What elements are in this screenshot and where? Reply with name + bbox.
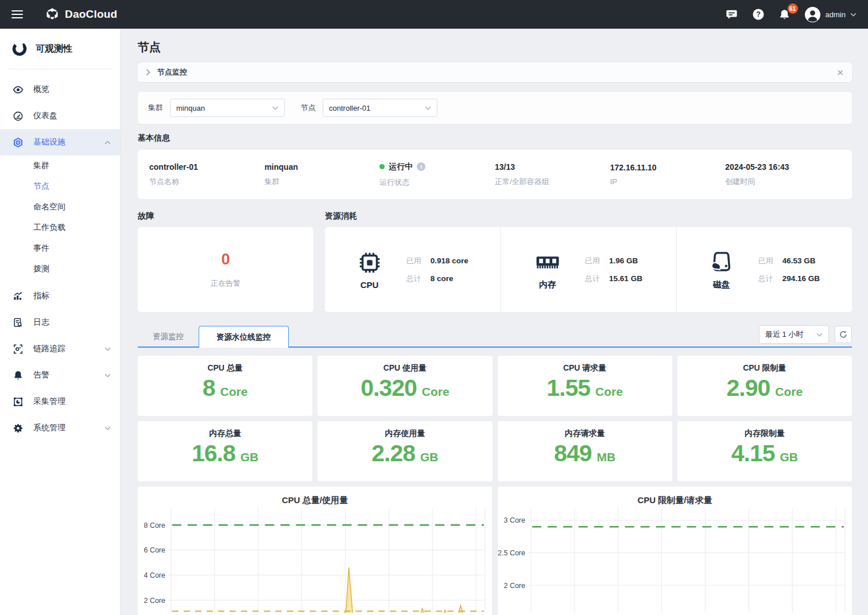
- filter-bar: 集群 minquan 节点 controller-01: [138, 92, 852, 124]
- sidebar-item-dashboards[interactable]: 仪表盘: [0, 103, 120, 129]
- charts-row: CPU 总量/使用量 8 Core6 Core4 Core2 Core CPU …: [138, 486, 852, 615]
- avatar: [804, 6, 821, 23]
- sidebar-item-metrics[interactable]: 指标: [0, 283, 120, 309]
- sidebar-item-system[interactable]: 系统管理: [0, 415, 120, 441]
- cpu-chip-icon: [357, 250, 382, 278]
- sidebar-item-label: 系统管理: [33, 423, 65, 433]
- sidebar-item-collection[interactable]: 采集管理: [0, 388, 120, 415]
- sidebar-subitem-label: 命名空间: [33, 202, 65, 212]
- user-chevron-down-icon: [850, 13, 857, 17]
- chevron-right-icon[interactable]: [146, 69, 150, 76]
- cluster-filter-label: 集群: [148, 103, 163, 113]
- brand[interactable]: DaoCloud: [45, 7, 117, 22]
- divider: [8, 69, 112, 69]
- status-text: 运行中: [389, 162, 413, 172]
- chart-title: CPU 限制量/请求量: [498, 486, 852, 508]
- stat-card-mem-limit: 内存限制量 4.15GB: [677, 421, 852, 481]
- svg-text:?: ?: [756, 10, 761, 18]
- collection-manage-icon: [13, 396, 24, 407]
- sidebar: 可观测性 概览 仪表盘 基础设施 集群 节点 命名空间 工作负载 事件 拨测 指…: [0, 29, 121, 615]
- alert-count: 0: [221, 251, 230, 268]
- resources-section-title: 资源消耗: [325, 211, 852, 221]
- menu-toggle-icon[interactable]: [11, 10, 23, 18]
- sidebar-subitem-probes[interactable]: 拨测: [0, 259, 120, 279]
- time-range-select[interactable]: 最近 1 小时: [759, 325, 829, 344]
- cpu-limit-request-chart: CPU 限制量/请求量 3 Core2.5 Core2 Core: [498, 486, 852, 615]
- chevron-down-icon: [816, 333, 823, 337]
- observability-logo-icon: [11, 41, 28, 57]
- sidebar-item-label: 指标: [33, 291, 49, 301]
- chevron-down-icon: [104, 347, 111, 351]
- user-menu[interactable]: admin: [804, 6, 857, 23]
- product-switcher[interactable]: 可观测性: [0, 29, 120, 69]
- sidebar-subitem-label: 集群: [33, 161, 49, 171]
- node-select-value: controller-01: [329, 104, 370, 112]
- sidebar-subitem-namespaces[interactable]: 命名空间: [0, 197, 120, 217]
- chart-plot: 3 Core2.5 Core2 Core: [498, 508, 852, 613]
- svg-text:2 Core: 2 Core: [144, 597, 165, 605]
- help-icon[interactable]: ?: [751, 7, 765, 21]
- svg-text:4 Core: 4 Core: [144, 571, 165, 579]
- sidebar-item-label: 采集管理: [33, 396, 65, 407]
- chevron-down-icon: [425, 106, 431, 110]
- resource-name: 内存: [539, 279, 556, 290]
- info-field-pods: 13/13 正常/全部容器组: [495, 162, 610, 187]
- sidebar-item-infrastructure[interactable]: 基础设施: [0, 129, 120, 155]
- stat-card-cpu-limit: CPU 限制量 2.90Core: [677, 356, 852, 416]
- sidebar-subitem-label: 工作负载: [33, 223, 65, 233]
- sidebar-item-label: 日志: [33, 317, 49, 328]
- sidebar-item-label: 仪表盘: [33, 111, 57, 121]
- log-search-icon: [13, 317, 24, 328]
- sidebar-subitem-label: 事件: [33, 243, 49, 254]
- resource-consumption-card: CPU 已用0.918 core 总计8 core 内存: [325, 227, 852, 312]
- memory-ram-icon: [534, 250, 561, 277]
- info-field-ip: 172.16.11.10 IP: [610, 163, 726, 186]
- chevron-up-icon: [104, 141, 111, 145]
- sidebar-item-overview[interactable]: 概览: [0, 76, 120, 103]
- username: admin: [826, 10, 846, 19]
- stat-card-mem-usage: 内存使用量 2.28GB: [317, 421, 492, 481]
- status-dot: [379, 164, 385, 169]
- sidebar-item-label: 基础设施: [33, 137, 65, 147]
- sidebar-item-label: 告警: [33, 370, 49, 380]
- basic-info-card: controller-01 节点名称 minquan 集群 运行中 i 运行状态…: [138, 150, 852, 199]
- gauge-icon: [13, 111, 24, 122]
- resource-name: CPU: [361, 280, 379, 290]
- product-name: 可观测性: [36, 43, 72, 55]
- close-icon[interactable]: ✕: [836, 68, 844, 77]
- fault-section-title: 故障: [138, 211, 313, 221]
- stat-card-cpu-request: CPU 请求量 1.55Core: [498, 356, 672, 416]
- refresh-button[interactable]: [835, 326, 852, 343]
- stat-card-mem-request: 内存请求量 849MB: [498, 421, 672, 481]
- svg-text:2 Core: 2 Core: [504, 582, 525, 590]
- sidebar-item-alerts[interactable]: 告警: [0, 362, 120, 388]
- notifications-bell-icon[interactable]: 61: [778, 7, 792, 21]
- sidebar-item-label: 概览: [33, 84, 49, 95]
- sidebar-item-tracing[interactable]: 链路追踪: [0, 336, 120, 362]
- node-select[interactable]: controller-01: [323, 99, 437, 117]
- chart-plot: 8 Core6 Core4 Core2 Core: [138, 508, 492, 613]
- svg-text:6 Core: 6 Core: [144, 546, 165, 554]
- daocloud-logo-icon: [45, 7, 60, 22]
- bell-icon: [13, 370, 24, 381]
- fault-card: 0 正在告警: [138, 227, 313, 312]
- sidebar-subitem-workloads[interactable]: 工作负载: [0, 217, 120, 238]
- sidebar-subitem-events[interactable]: 事件: [0, 238, 120, 259]
- tab-watermark-monitor[interactable]: 资源水位线监控: [199, 326, 289, 348]
- tab-resource-monitor[interactable]: 资源监控: [138, 326, 199, 348]
- chevron-down-icon: [272, 106, 278, 110]
- monitor-tabs: 资源监控 资源水位线监控 最近 1 小时: [138, 325, 852, 348]
- refresh-icon: [839, 330, 848, 339]
- sidebar-item-logs[interactable]: 日志: [0, 309, 120, 336]
- resource-memory: 内存 已用1.96 GB 总计15.61 GB: [500, 227, 676, 312]
- cluster-select[interactable]: minquan: [170, 99, 285, 117]
- breadcrumb: 节点监控 ✕: [138, 63, 852, 82]
- info-field-node-name: controller-01 节点名称: [149, 162, 265, 187]
- sidebar-subitem-clusters[interactable]: 集群: [0, 155, 120, 176]
- sidebar-subitem-nodes[interactable]: 节点: [0, 176, 120, 197]
- basic-info-title: 基本信息: [138, 133, 852, 143]
- info-field-cluster: minquan 集群: [265, 162, 380, 187]
- feedback-icon[interactable]: [725, 7, 739, 21]
- info-icon[interactable]: i: [417, 162, 425, 171]
- chart-title: CPU 总量/使用量: [138, 486, 492, 508]
